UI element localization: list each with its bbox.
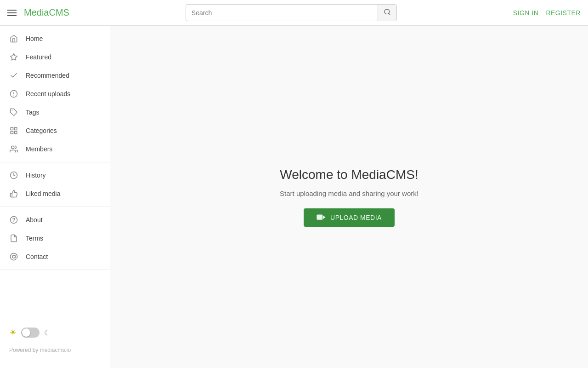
search-input[interactable] — [186, 6, 378, 20]
help-circle-icon — [9, 215, 18, 224]
sidebar-item-home-label: Home — [26, 35, 43, 42]
menu-toggle[interactable] — [7, 10, 17, 16]
svg-rect-7 — [11, 127, 13, 130]
sidebar-item-contact[interactable]: Contact — [0, 247, 110, 266]
nav-section-info: About Terms Contact — [0, 207, 110, 270]
sidebar: Home Featured Recommended Recent uploads — [0, 26, 110, 368]
check-icon — [9, 71, 18, 80]
nav-section-main: Home Featured Recommended Recent uploads — [0, 26, 110, 162]
svg-marker-17 — [323, 215, 326, 219]
svg-rect-9 — [15, 132, 17, 134]
sidebar-item-contact-label: Contact — [26, 253, 48, 260]
thumb-up-icon — [9, 189, 18, 198]
sidebar-item-categories-label: Categories — [26, 127, 57, 134]
upload-media-button[interactable]: UPLOAD MEDIA — [304, 208, 395, 227]
search-bar — [186, 4, 397, 21]
at-icon — [9, 252, 18, 261]
sidebar-item-home[interactable]: Home — [0, 29, 110, 48]
welcome-box: Welcome to MediaCMS! Start uploading med… — [280, 167, 418, 227]
sidebar-item-terms-label: Terms — [26, 235, 43, 242]
svg-rect-16 — [317, 214, 322, 219]
sidebar-item-members-label: Members — [26, 145, 52, 153]
svg-point-15 — [12, 255, 15, 258]
svg-rect-8 — [15, 127, 17, 130]
svg-point-11 — [11, 146, 14, 149]
welcome-subtitle: Start uploading media and sharing your w… — [280, 190, 418, 197]
sidebar-item-terms[interactable]: Terms — [0, 229, 110, 247]
sidebar-item-recent-uploads-label: Recent uploads — [26, 90, 70, 98]
sidebar-item-featured[interactable]: Featured — [0, 48, 110, 66]
sidebar-item-categories[interactable]: Categories — [0, 121, 110, 140]
main-content: Welcome to MediaCMS! Start uploading med… — [110, 26, 588, 368]
home-icon — [9, 34, 18, 43]
sidebar-item-recommended-label: Recommended — [26, 72, 69, 79]
theme-toggle[interactable] — [21, 328, 40, 338]
powered-by: Powered by mediacms.io — [0, 343, 110, 361]
clock-icon — [9, 171, 18, 180]
header: MediaCMS SIGN IN REGISTER — [0, 0, 588, 26]
upload-media-label: UPLOAD MEDIA — [330, 214, 382, 221]
welcome-title: Welcome to MediaCMS! — [280, 167, 418, 182]
nav-section-user: History Liked media — [0, 162, 110, 207]
video-camera-icon — [317, 214, 326, 221]
file-icon — [9, 234, 18, 243]
header-actions: SIGN IN REGISTER — [513, 9, 581, 17]
sidebar-item-featured-label: Featured — [26, 53, 51, 61]
sidebar-item-tags-label: Tags — [26, 109, 40, 116]
sidebar-item-recent-uploads[interactable]: Recent uploads — [0, 85, 110, 103]
grid-icon — [9, 126, 18, 135]
sidebar-item-recommended[interactable]: Recommended — [0, 66, 110, 85]
sign-in-button[interactable]: SIGN IN — [513, 9, 539, 17]
sidebar-item-liked-media-label: Liked media — [26, 190, 61, 197]
search-button[interactable] — [378, 5, 396, 21]
star-icon — [9, 52, 18, 62]
svg-marker-2 — [11, 54, 17, 60]
logo[interactable]: MediaCMS — [24, 7, 69, 18]
alert-circle-icon — [9, 89, 18, 98]
sidebar-item-members[interactable]: Members — [0, 140, 110, 158]
theme-toggle-row: ☀ ☾ — [0, 322, 110, 343]
sidebar-item-tags[interactable]: Tags — [0, 103, 110, 121]
sidebar-item-history-label: History — [26, 172, 46, 179]
sidebar-item-history[interactable]: History — [0, 166, 110, 184]
layout: Home Featured Recommended Recent uploads — [0, 26, 588, 368]
sidebar-item-liked-media[interactable]: Liked media — [0, 184, 110, 203]
logo-accent: CMS — [49, 7, 69, 17]
search-icon — [384, 8, 391, 16]
sidebar-item-about[interactable]: About — [0, 211, 110, 229]
moon-icon: ☾ — [44, 328, 51, 337]
svg-line-1 — [389, 13, 390, 15]
group-icon — [9, 144, 18, 154]
tag-icon — [9, 108, 18, 117]
logo-text: Media — [24, 7, 49, 17]
sidebar-item-about-label: About — [26, 216, 43, 224]
svg-rect-10 — [11, 132, 13, 134]
toggle-thumb — [22, 328, 30, 337]
sun-icon: ☀ — [9, 328, 17, 338]
register-button[interactable]: REGISTER — [546, 9, 581, 17]
